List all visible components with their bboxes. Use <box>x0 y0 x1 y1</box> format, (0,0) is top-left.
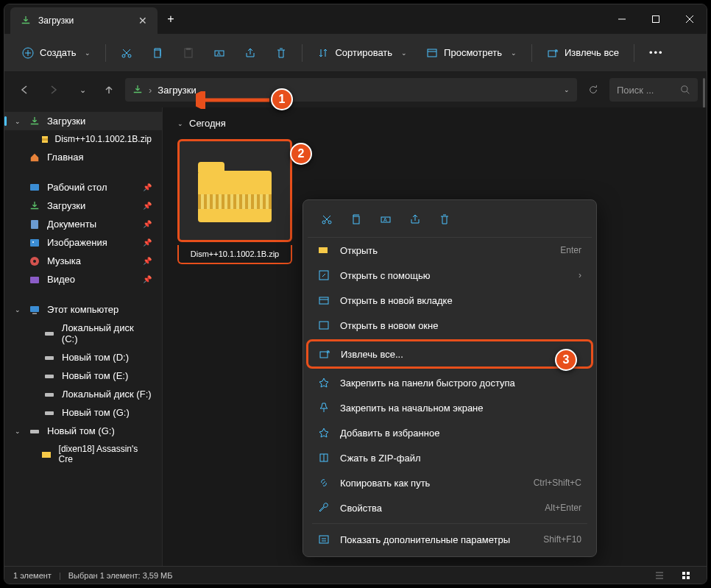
ctx-properties[interactable]: Свойства Alt+Enter <box>308 495 592 520</box>
status-bar: 1 элемент | Выбран 1 элемент: 3,59 МБ <box>4 566 707 584</box>
annotation-badge-1: 1 <box>271 88 293 110</box>
ctx-compress[interactable]: Сжать в ZIP-файл <box>308 445 592 470</box>
recent-button[interactable]: ⌄ <box>69 78 93 102</box>
extract-all-button[interactable]: Извлечь все <box>540 43 626 63</box>
folder-open-icon <box>318 244 330 256</box>
forward-button[interactable] <box>41 78 65 102</box>
download-icon <box>132 85 143 95</box>
svg-rect-28 <box>45 375 54 378</box>
group-header[interactable]: ⌄ Сегодня <box>177 118 692 129</box>
back-button[interactable] <box>13 78 37 102</box>
copy-button[interactable] <box>144 43 171 63</box>
share-icon <box>244 47 256 59</box>
plus-circle-icon <box>22 47 34 59</box>
ctx-pin-quick[interactable]: Закрепить на панели быстрого доступа <box>308 370 592 395</box>
search-input[interactable]: Поиск ... <box>609 78 698 102</box>
music-icon <box>29 256 40 266</box>
sidebar-item-pictures[interactable]: Изображения 📌 <box>4 233 162 252</box>
svg-rect-17 <box>30 184 39 191</box>
sidebar-item-drive-f[interactable]: Локальный диск (F:) <box>4 385 162 403</box>
sidebar-item-drive-g2[interactable]: ⌄ Новый том (G:) <box>4 422 162 440</box>
paste-icon <box>183 47 194 59</box>
sidebar-item-music[interactable]: Музыка 📌 <box>4 252 162 270</box>
zip-folder-icon <box>194 157 275 224</box>
new-tab-button[interactable]: + <box>158 4 184 34</box>
share-button[interactable] <box>237 43 263 63</box>
view-button[interactable]: Просмотреть ⌄ <box>419 43 524 63</box>
window-icon <box>318 319 330 331</box>
sidebar-item-drive-d[interactable]: Новый том (D:) <box>4 348 162 366</box>
sidebar-item-videos[interactable]: Видео 📌 <box>4 270 162 288</box>
ctx-copy-path[interactable]: Копировать как путь Ctrl+Shift+C <box>308 470 592 495</box>
ctx-open-with[interactable]: Открыть с помощью › <box>308 263 592 288</box>
trash-icon <box>275 47 287 59</box>
ctx-favorite[interactable]: Добавить в избранное <box>308 420 592 445</box>
details-view-button[interactable] <box>648 564 671 585</box>
tab-icon <box>318 294 330 306</box>
up-button[interactable] <box>97 78 121 102</box>
maximize-button[interactable] <box>639 4 673 34</box>
sidebar-item-downloads[interactable]: ⌄ Загрузки <box>4 112 162 130</box>
svg-rect-32 <box>42 452 51 458</box>
refresh-button[interactable] <box>581 78 605 102</box>
minimize-button[interactable] <box>605 4 639 34</box>
svg-rect-1 <box>653 16 659 23</box>
chevron-down-icon: ⌄ <box>85 49 91 57</box>
sort-button[interactable]: Сортировать ⌄ <box>310 43 414 63</box>
sidebar-item-desktop[interactable]: Рабочий стол 📌 <box>4 178 162 196</box>
ctx-share-button[interactable] <box>402 208 428 231</box>
sidebar-item-folder[interactable]: [dixen18] Assassin's Cre <box>4 440 162 468</box>
pictures-icon <box>29 238 40 248</box>
paste-button[interactable] <box>175 43 202 63</box>
svg-rect-49 <box>687 576 690 579</box>
sidebar-item-drive-g[interactable]: Новый том (G:) <box>4 403 162 422</box>
ctx-copy-button[interactable] <box>343 208 369 231</box>
drive-icon <box>44 389 54 400</box>
titlebar: Загрузки ✕ + <box>4 4 707 34</box>
ctx-open-window[interactable]: Открыть в новом окне <box>308 313 592 338</box>
browser-tab[interactable]: Загрузки ✕ <box>10 7 158 34</box>
pin-icon <box>318 377 330 389</box>
ctx-extract-all[interactable]: Извлечь все... <box>306 339 593 369</box>
sort-icon <box>317 47 329 59</box>
pin-icon: 📌 <box>143 238 152 247</box>
ctx-pin-start[interactable]: Закрепить на начальном экране <box>308 395 592 420</box>
close-tab-icon[interactable]: ✕ <box>138 15 147 26</box>
file-name: Dism++10.1.1002.1B.zip <box>177 245 292 264</box>
copy-icon <box>152 47 163 59</box>
rename-button[interactable]: A <box>206 43 233 63</box>
view-icon <box>426 47 438 59</box>
sidebar-item-drive-e[interactable]: Новый том (E:) <box>4 366 162 385</box>
sidebar-item-home[interactable]: Главная <box>4 148 162 166</box>
svg-rect-40 <box>319 297 328 304</box>
ctx-open[interactable]: Открыть Enter <box>308 238 592 263</box>
chevron-down-icon[interactable]: ⌄ <box>564 86 570 93</box>
svg-rect-7 <box>186 48 191 50</box>
create-button[interactable]: Создать ⌄ <box>15 43 98 63</box>
ctx-open-tab[interactable]: Открыть в новой вкладке <box>308 288 592 313</box>
ctx-cut-button[interactable] <box>314 208 340 231</box>
sidebar-item-thispc[interactable]: ⌄ Этот компьютер <box>4 300 162 319</box>
sidebar-item-downloads2[interactable]: Загрузки 📌 <box>4 196 162 215</box>
ctx-show-more[interactable]: Показать дополнительные параметры Shift+… <box>308 527 592 552</box>
pin-icon: 📌 <box>143 220 152 228</box>
thumbnails-view-button[interactable] <box>674 564 698 585</box>
svg-rect-46 <box>682 572 685 575</box>
sidebar-item-documents[interactable]: Документы 📌 <box>4 215 162 233</box>
delete-button[interactable] <box>268 43 294 63</box>
rename-icon: A <box>213 47 225 59</box>
drive-icon <box>44 408 54 418</box>
cut-button[interactable] <box>113 43 140 63</box>
more-button[interactable]: ••• <box>642 43 671 63</box>
ctx-delete-button[interactable] <box>431 208 458 231</box>
sidebar-item-drive-c[interactable]: Локальный диск (C:) <box>4 319 162 348</box>
svg-rect-12 <box>548 51 556 57</box>
context-toolbar: A <box>308 205 592 238</box>
scissors-icon <box>121 47 132 59</box>
address-path: Загрузки <box>158 85 196 96</box>
close-button[interactable] <box>673 4 707 34</box>
ctx-rename-button[interactable]: A <box>372 208 399 231</box>
sidebar-item-zip[interactable]: Dism++10.1.1002.1B.zip <box>4 130 162 148</box>
address-bar[interactable]: › Загрузки ⌄ <box>125 78 577 102</box>
file-item[interactable]: Dism++10.1.1002.1B.zip <box>177 139 292 264</box>
